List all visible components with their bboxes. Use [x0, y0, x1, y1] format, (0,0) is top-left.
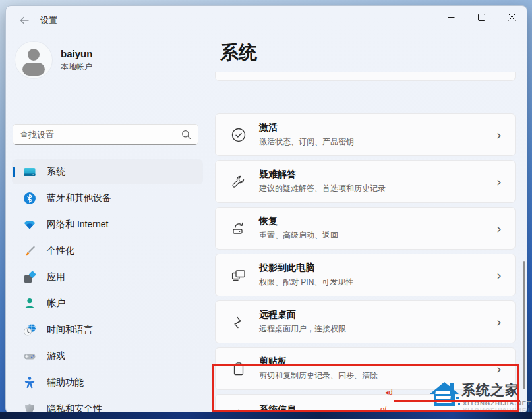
card-title: 剪贴板: [259, 356, 496, 368]
sidebar-item-label: 时间和语言: [47, 324, 93, 336]
card-title: 恢复: [259, 215, 496, 227]
card-title: 远程桌面: [259, 309, 496, 321]
close-button[interactable]: [496, 6, 527, 28]
back-button[interactable]: [14, 11, 35, 30]
network-icon: [23, 218, 36, 231]
time-language-icon: [23, 323, 36, 337]
minimize-icon: [448, 14, 455, 21]
gaming-icon: [23, 350, 36, 363]
app-title: 设置: [40, 14, 57, 26]
bluetooth-icon: [23, 192, 36, 205]
desktop-wallpaper-strip: [0, 412, 532, 419]
clipboard-icon: [230, 360, 247, 377]
troubleshoot-icon: [230, 173, 247, 190]
sidebar-item-time-language[interactable]: 时间和语言: [13, 318, 202, 342]
settings-window: 设置 baiyun 本地帐户: [5, 5, 527, 414]
search-input[interactable]: [20, 130, 181, 140]
card-title: 激活: [259, 122, 496, 134]
minimize-button[interactable]: [436, 6, 466, 28]
sidebar-item-label: 辅助功能: [47, 377, 84, 389]
accessibility-icon: [23, 376, 36, 389]
user-name: baiyun: [61, 48, 92, 59]
card-subtitle: 重置、高级启动、返回: [259, 230, 496, 241]
sidebar-nav: 系统 蓝牙和其他设备 网络和 Interne: [13, 160, 202, 414]
card-subtitle: 剪切和复制历史记录、同步、清除: [259, 370, 496, 381]
search-box[interactable]: [13, 124, 198, 145]
remote-desktop-icon: [230, 314, 247, 331]
chevron-right-icon: ›: [496, 361, 502, 377]
card-subtitle: 权限、配对 PIN、可发现性: [259, 277, 496, 288]
card-title: 疑难解答: [259, 169, 496, 181]
search-icon: [181, 130, 191, 140]
main-content: 系统 激活 激活状态、订阅、产品密钥 › 疑难解答 建议的疑难解答、首选项和历史…: [210, 35, 527, 413]
avatar: [15, 42, 52, 78]
sidebar-item-personalization[interactable]: 个性化: [13, 239, 202, 263]
card-about[interactable]: 系统信息 设备规格，重命名电脑、WindrVindnd d: [215, 394, 516, 414]
sidebar-item-label: 网络和 Internet: [47, 219, 108, 231]
sidebar-item-apps[interactable]: 应用: [13, 265, 202, 289]
user-profile[interactable]: baiyun 本地帐户: [15, 42, 92, 78]
back-arrow-icon: [19, 15, 30, 26]
partial-card-scrolled: [215, 72, 516, 81]
sidebar-item-label: 系统: [47, 166, 65, 178]
sidebar-item-label: 个性化: [47, 245, 74, 257]
personalization-icon: [23, 244, 36, 258]
chevron-right-icon: ›: [496, 127, 502, 143]
sidebar-item-privacy-security[interactable]: 隐私和安全性: [13, 397, 202, 414]
chevron-right-icon: ›: [496, 221, 502, 237]
card-subtitle: 建议的疑难解答、首选项和历史记录: [259, 183, 496, 194]
sidebar-item-gaming[interactable]: 游戏: [13, 345, 202, 368]
card-subtitle: 激活状态、订阅、产品密钥: [259, 136, 496, 148]
sidebar-item-system[interactable]: 系统: [13, 160, 202, 184]
user-account-type: 本地帐户: [61, 61, 92, 72]
caption-controls: [436, 6, 527, 28]
scrollbar-thumb[interactable]: [523, 261, 525, 389]
chevron-right-icon: ›: [496, 267, 502, 283]
maximize-button[interactable]: [466, 6, 496, 28]
titlebar: 设置: [6, 6, 527, 35]
card-subtitle: 远程桌面用户，连接权限: [259, 323, 496, 335]
sidebar-item-network[interactable]: 网络和 Internet: [13, 213, 202, 237]
card-title: 投影到此电脑: [259, 262, 496, 274]
apps-icon: [23, 271, 36, 284]
chevron-right-icon: ›: [496, 314, 502, 330]
card-activation[interactable]: 激活 激活状态、订阅、产品密钥 ›: [215, 113, 516, 156]
sidebar-item-accounts[interactable]: 帐户: [13, 292, 202, 316]
sidebar-item-label: 游戏: [47, 350, 65, 362]
sidebar-item-label: 蓝牙和其他设备: [47, 192, 111, 204]
display-icon: [23, 165, 36, 179]
sidebar-item-label: 应用: [47, 271, 65, 283]
recovery-icon: [230, 220, 247, 237]
sidebar-item-label: 帐户: [47, 298, 65, 310]
card-clipboard[interactable]: 剪贴板 剪切和复制历史记录、同步、清除 ›: [215, 347, 516, 390]
sidebar: baiyun 本地帐户 系统: [6, 35, 210, 413]
sidebar-item-accessibility[interactable]: 辅助功能: [13, 371, 202, 395]
accounts-icon: [23, 297, 36, 310]
card-troubleshoot[interactable]: 疑难解答 建议的疑难解答、首选项和历史记录 ›: [215, 160, 516, 203]
maximize-icon: [478, 14, 485, 21]
card-recovery[interactable]: 恢复 重置、高级启动、返回 ›: [215, 207, 516, 250]
close-icon: [508, 14, 516, 21]
projection-icon: [230, 267, 247, 284]
page-title: 系统: [220, 40, 257, 65]
chevron-right-icon: ›: [496, 174, 502, 190]
activation-icon: [230, 126, 247, 144]
sidebar-item-bluetooth-devices[interactable]: 蓝牙和其他设备: [13, 186, 202, 210]
card-remote-desktop[interactable]: 远程桌面 远程桌面用户，连接权限 ›: [215, 300, 516, 343]
card-projection[interactable]: 投影到此电脑 权限、配对 PIN、可发现性 ›: [215, 254, 516, 296]
